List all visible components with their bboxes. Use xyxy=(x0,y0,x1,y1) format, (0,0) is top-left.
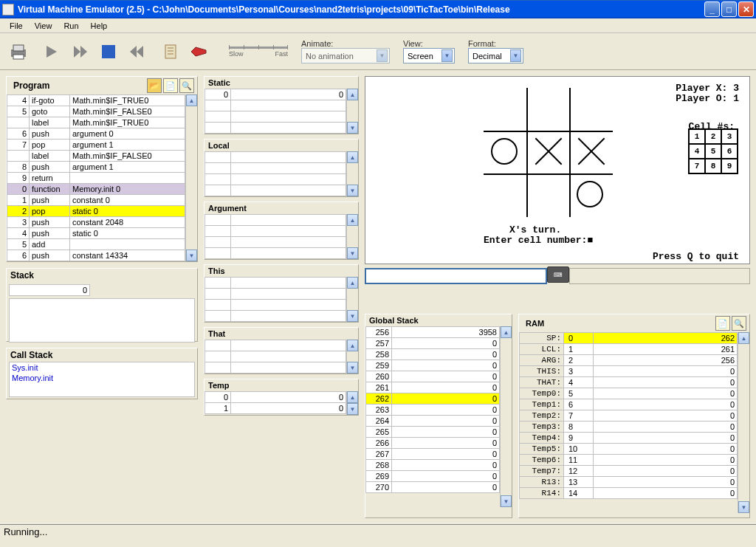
globalstack-row[interactable]: 2620 xyxy=(366,393,500,405)
globalstack-row[interactable]: 2600 xyxy=(366,371,500,382)
stack-body xyxy=(9,298,195,343)
globalstack-row[interactable]: 2680 xyxy=(366,460,500,471)
binoculars-icon[interactable]: 🔍 xyxy=(732,316,746,331)
stack-panel: Stack 0 xyxy=(6,268,198,342)
reset-button[interactable] xyxy=(126,41,148,63)
run-button[interactable] xyxy=(69,41,92,63)
ram-row[interactable]: Temp1:60 xyxy=(520,399,738,410)
menu-view[interactable]: View xyxy=(29,20,58,32)
local-table[interactable] xyxy=(205,151,346,196)
program-row[interactable]: 8pushargument 1 xyxy=(7,162,185,173)
script-button[interactable] xyxy=(159,41,182,63)
ram-row[interactable]: Temp3:80 xyxy=(520,422,738,433)
print-button[interactable] xyxy=(7,41,30,63)
scrollbar[interactable]: ▲▼ xyxy=(346,214,358,259)
scrollbar[interactable]: ▲▼ xyxy=(500,326,512,507)
ram-row[interactable]: Temp4:90 xyxy=(520,433,738,444)
globalstack-row[interactable]: 2700 xyxy=(366,482,500,493)
scrollbar[interactable]: ▲▼ xyxy=(346,151,358,196)
ram-row[interactable]: R13:130 xyxy=(520,477,738,488)
program-row[interactable]: 6pushargument 0 xyxy=(7,128,185,140)
menu-run[interactable]: Run xyxy=(58,20,84,32)
ram-row[interactable]: Temp6:110 xyxy=(520,455,738,466)
globalstack-row[interactable]: 2610 xyxy=(366,382,500,393)
globalstack-row[interactable]: 2563958 xyxy=(366,327,500,338)
program-row[interactable]: 9return xyxy=(7,173,185,184)
ram-row[interactable]: Temp7:120 xyxy=(520,466,738,477)
static-table[interactable]: 00 xyxy=(205,89,346,134)
stop-button[interactable] xyxy=(97,41,120,63)
new-file-icon[interactable]: 📄 xyxy=(715,316,730,331)
program-row[interactable]: 2popstatic 0 xyxy=(7,206,185,217)
globalstack-row[interactable]: 2630 xyxy=(366,405,500,416)
binoculars-icon[interactable]: 🔍 xyxy=(179,78,194,93)
globalstack-row[interactable]: 2690 xyxy=(366,471,500,482)
this-table[interactable] xyxy=(205,277,346,322)
program-row[interactable]: 5gotoMath.min$IF_FALSE0 xyxy=(7,106,185,117)
globalstack-row[interactable]: 2670 xyxy=(366,449,500,460)
speed-slider[interactable]: SlowFast xyxy=(229,45,288,58)
open-folder-icon[interactable]: 📂 xyxy=(147,78,162,93)
program-row[interactable]: 1pushconstant 0 xyxy=(7,195,185,206)
program-row[interactable]: 6pushconstant 14334 xyxy=(7,250,185,261)
globalstack-row[interactable]: 2640 xyxy=(366,416,500,427)
chevron-down-icon: ▼ xyxy=(441,49,453,62)
program-row[interactable]: 3pushconstant 2048 xyxy=(7,217,185,228)
maximize-button[interactable]: □ xyxy=(721,1,737,17)
close-button[interactable]: ✕ xyxy=(738,1,754,17)
globalstack-row[interactable]: 2660 xyxy=(366,438,500,449)
program-row[interactable]: labelMath.min$IF_FALSE0 xyxy=(7,151,185,162)
ram-row[interactable]: R14:140 xyxy=(520,488,738,499)
ram-table[interactable]: SP:0262LCL:1261ARG:2256THIS:30THAT:40Tem… xyxy=(519,332,738,499)
quit-text: Press Q to quit xyxy=(653,251,739,262)
format-dropdown[interactable]: Decimal▼ xyxy=(468,48,523,63)
scrollbar[interactable]: ▲▼ xyxy=(346,391,358,415)
svg-rect-4 xyxy=(165,45,176,58)
stack-title: Stack xyxy=(7,269,197,282)
program-row[interactable]: 0functionMemory.init 0 xyxy=(7,184,185,195)
view-dropdown[interactable]: Screen▼ xyxy=(403,48,455,63)
program-row[interactable]: 4pushstatic 0 xyxy=(7,228,185,239)
ram-panel: RAM 📄 🔍 SP:0262LCL:1261ARG:2256THIS:30TH… xyxy=(518,314,750,518)
callstack-row[interactable]: Memory.init xyxy=(10,373,194,383)
argument-table[interactable] xyxy=(205,214,346,259)
animate-dropdown[interactable]: No animation▼ xyxy=(301,48,390,63)
temp-table[interactable]: 0010 xyxy=(205,391,346,414)
scrollbar[interactable]: ▲▼ xyxy=(738,332,749,513)
globalstack-row[interactable]: 2580 xyxy=(366,349,500,360)
app-icon xyxy=(2,4,14,16)
scrollbar[interactable]: ▲▼ xyxy=(346,340,358,374)
new-file-icon[interactable]: 📄 xyxy=(163,78,178,93)
ram-row[interactable]: Temp5:100 xyxy=(520,444,738,455)
keyboard-input[interactable] xyxy=(365,268,547,284)
ram-row[interactable]: THAT:40 xyxy=(520,377,738,388)
globalstack-row[interactable]: 2650 xyxy=(366,427,500,438)
program-row[interactable]: labelMath.min$IF_TRUE0 xyxy=(7,117,185,128)
menu-help[interactable]: Help xyxy=(85,20,114,32)
menu-file[interactable]: File xyxy=(4,20,29,32)
program-table[interactable]: 4if-gotoMath.min$IF_TRUE05gotoMath.min$I… xyxy=(7,94,185,261)
view-label: View: xyxy=(403,39,455,48)
breakpoint-button[interactable] xyxy=(188,41,210,63)
ram-row[interactable]: THIS:30 xyxy=(520,366,738,377)
step-button[interactable] xyxy=(41,41,63,63)
minimize-button[interactable]: _ xyxy=(704,1,720,17)
program-row[interactable]: 7popargument 1 xyxy=(7,140,185,151)
scrollbar[interactable]: ▲▼ xyxy=(185,94,197,261)
ram-row[interactable]: SP:0262 xyxy=(520,333,738,344)
globalstack-table[interactable]: 2563958257025802590260026102620263026402… xyxy=(365,326,500,493)
static-title: Static xyxy=(205,77,358,89)
ram-row[interactable]: LCL:1261 xyxy=(520,344,738,355)
program-row[interactable]: 4if-gotoMath.min$IF_TRUE0 xyxy=(7,95,185,106)
program-row[interactable]: 5add xyxy=(7,239,185,250)
callstack-row[interactable]: Sys.init xyxy=(10,362,194,373)
ram-title: RAM xyxy=(522,317,548,329)
ram-row[interactable]: Temp0:50 xyxy=(520,388,738,399)
globalstack-row[interactable]: 2590 xyxy=(366,360,500,371)
ram-row[interactable]: ARG:2256 xyxy=(520,355,738,366)
scrollbar[interactable]: ▲▼ xyxy=(346,89,358,134)
that-table[interactable] xyxy=(205,340,346,374)
ram-row[interactable]: Temp2:70 xyxy=(520,410,738,422)
scrollbar[interactable]: ▲▼ xyxy=(346,277,358,322)
globalstack-row[interactable]: 2570 xyxy=(366,338,500,349)
